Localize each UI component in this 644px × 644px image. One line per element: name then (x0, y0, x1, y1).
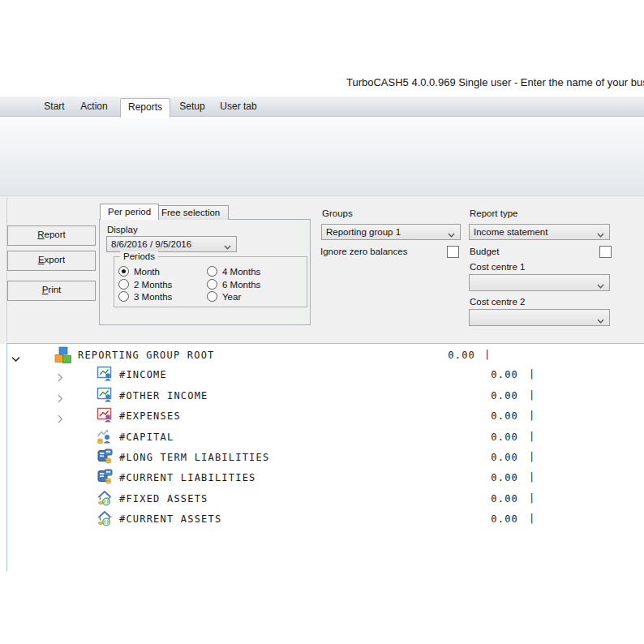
tree-row[interactable]: REPORTING GROUP ROOT 0.00 | (7, 346, 644, 366)
ignore-zero-balances-label: Ignore zero balances (320, 247, 407, 256)
radio-2-months[interactable]: 2 Months (118, 279, 172, 290)
tree-row[interactable]: #OTHER INCOME 0.00 | (7, 387, 644, 406)
row-amount: 0.00 (7, 493, 518, 504)
cost-centre-1-combobox[interactable] (469, 274, 610, 291)
chevron-down-icon (597, 230, 604, 239)
row-amount: 0.00 (7, 431, 518, 443)
display-label: Display (107, 225, 138, 234)
row-amount: 0.00 (7, 472, 518, 483)
groups-combobox[interactable]: Reporting group 1 (321, 224, 461, 240)
chevron-down-icon (448, 230, 455, 239)
column-separator: | (529, 513, 535, 524)
report-type-combobox[interactable]: Income statement (469, 224, 610, 240)
cost-centre-2-combobox[interactable] (469, 309, 610, 326)
tree-row[interactable]: #LONG TERM LIABILITIES 0.00 | (7, 449, 644, 468)
date-range-combobox[interactable]: 8/6/2016 / 9/5/2016 (106, 236, 237, 252)
app-window: TurboCASH5 4.0.0.969 Single user - Enter… (0, 0, 644, 644)
tree-row[interactable]: #CURRENT ASSETS 0.00 | (7, 510, 644, 530)
column-separator: | (529, 451, 535, 462)
menu-tab-setup[interactable]: Setup (172, 97, 213, 116)
radio-3-months[interactable]: 3 Months (118, 291, 172, 302)
radio-6-months[interactable]: 6 Months (207, 279, 260, 290)
menubar: Start Action Reports Setup User tab (0, 97, 644, 117)
radio-button-icon (118, 291, 129, 302)
date-range-value: 8/6/2016 / 9/5/2016 (111, 239, 191, 249)
row-amount: 0.00 (7, 513, 518, 525)
column-separator: | (529, 389, 535, 401)
tree-row[interactable]: #FIXED ASSETS 0.00 | (7, 490, 644, 509)
chevron-down-icon (597, 316, 604, 325)
column-separator: | (529, 410, 535, 421)
groups-label: Groups (322, 208, 353, 218)
radio-month[interactable]: Month (118, 266, 160, 277)
tree-row[interactable]: #INCOME 0.00 | (7, 366, 644, 385)
report-button[interactable]: Report (7, 225, 96, 246)
chevron-down-icon (597, 281, 604, 290)
groups-value: Reporting group 1 (326, 227, 401, 237)
radio-button-icon (207, 266, 217, 277)
menu-tab-action[interactable]: Action (72, 97, 116, 116)
row-amount: 0.00 (7, 390, 518, 401)
ignore-zero-balances-checkbox[interactable] (447, 246, 459, 258)
menu-tab-user-tab[interactable]: User tab (213, 97, 264, 116)
radio-button-icon (118, 266, 129, 277)
budget-checkbox[interactable] (599, 246, 612, 258)
row-amount: 0.00 (7, 369, 518, 380)
column-separator: | (484, 349, 491, 360)
export-button[interactable]: Export (7, 251, 96, 271)
radio-button-icon (207, 279, 217, 290)
periods-label: Periods (120, 251, 158, 261)
column-separator: | (529, 368, 535, 380)
column-separator: | (529, 431, 535, 442)
radio-button-icon (118, 279, 129, 290)
column-separator: | (529, 471, 535, 483)
row-amount: 0.00 (7, 452, 518, 463)
report-type-label: Report type (470, 208, 517, 218)
report-tree: REPORTING GROUP ROOT 0.00 | #INCOME 0.00… (6, 343, 644, 571)
column-separator: | (529, 492, 535, 504)
budget-label: Budget (470, 247, 499, 256)
cost-centre-1-label: Cost centre 1 (470, 262, 525, 272)
cost-centre-2-label: Cost centre 2 (470, 297, 525, 307)
tree-row[interactable]: #EXPENSES 0.00 | (7, 407, 644, 427)
window-title: TurboCASH5 4.0.0.969 Single user - Enter… (346, 76, 644, 88)
report-type-value: Income statement (474, 227, 547, 237)
tab-free-selection[interactable]: Free selection (152, 205, 229, 220)
tree-row[interactable]: #CAPITAL 0.00 | (7, 428, 644, 448)
radio-button-icon (207, 291, 217, 302)
row-amount: 0.00 (7, 350, 475, 361)
row-amount: 0.00 (7, 410, 518, 422)
menu-tab-start[interactable]: Start (36, 97, 72, 116)
tab-per-period[interactable]: Per period (100, 204, 159, 220)
tree-row[interactable]: #CURRENT LIABILITIES 0.00 | (7, 469, 644, 488)
radio-year[interactable]: Year (207, 291, 241, 302)
menu-tab-reports[interactable]: Reports (120, 98, 170, 118)
print-button[interactable]: Print (7, 281, 96, 301)
chevron-down-icon (224, 242, 231, 251)
radio-4-months[interactable]: 4 Months (207, 266, 260, 277)
ribbon: Reports ▾ Us (0, 117, 644, 196)
